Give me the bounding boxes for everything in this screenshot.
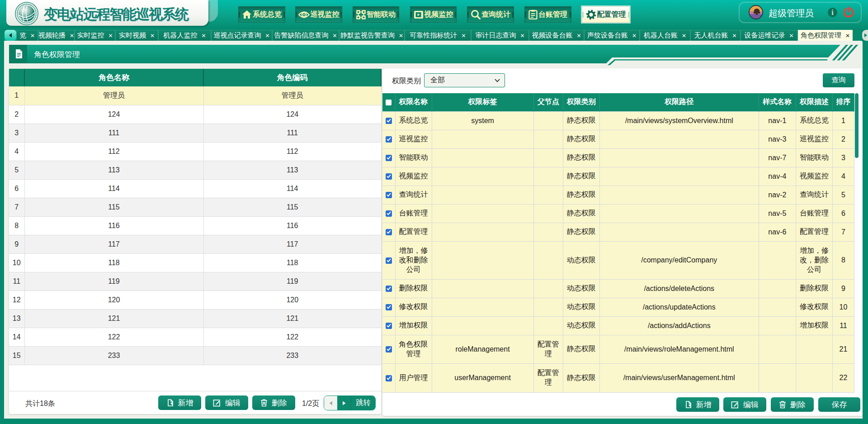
svg-text:角色权限管理: 角色权限管理 — [34, 50, 80, 59]
